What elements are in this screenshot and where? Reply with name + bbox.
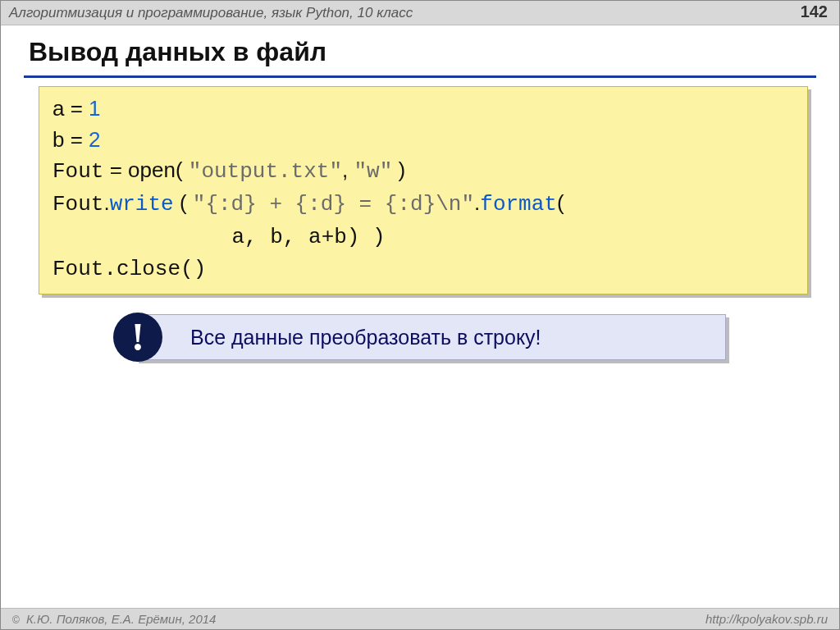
page-number: 142 (801, 2, 828, 21)
code-line-3: Fout = open( "output.txt", "w" ) (52, 155, 794, 188)
code-text: a, b, a+b) ) (231, 225, 385, 249)
code-text: .close() (103, 257, 206, 281)
code-line-5: a, b, a+b) ) (52, 221, 794, 253)
code-line-4: Fout.write ( "{:d} + {:d} = {:d}\n".form… (52, 188, 794, 221)
authors-text: К.Ю. Поляков, Е.А. Ерёмин, 2014 (23, 612, 217, 626)
code-indent (52, 225, 231, 249)
course-title: Алгоритмизация и программирование, язык … (9, 5, 413, 21)
exclamation-icon: ! (113, 313, 162, 362)
callout: ! Все данные преобразовать в строку! (139, 317, 729, 363)
code-ident: Fout (52, 159, 103, 184)
code-text: , (342, 158, 354, 182)
code-block-shadow: a = 1 b = 2 Fout = open( "output.txt", "… (42, 89, 811, 298)
code-text: ) (392, 158, 405, 182)
code-string: "w" (354, 159, 392, 184)
code-number: 2 (89, 127, 100, 152)
footer-bar: © К.Ю. Поляков, Е.А. Ерёмин, 2014 http:/… (1, 608, 839, 629)
code-text: ( (174, 190, 193, 215)
code-line-6: Fout.close() (52, 253, 794, 285)
code-number: 1 (89, 96, 100, 121)
code-ident: Fout (52, 257, 103, 281)
code-line-2: b = 2 (52, 125, 794, 156)
code-block: a = 1 b = 2 Fout = open( "output.txt", "… (39, 86, 808, 294)
code-string: "{:d} + {:d} = {:d}\n" (193, 192, 474, 217)
code-text: b = (52, 127, 89, 152)
code-method: write (110, 192, 174, 217)
slide-content: Вывод данных в файл a = 1 b = 2 Fout = o… (1, 25, 839, 363)
code-ident: Fout (52, 192, 103, 217)
code-method: format (480, 192, 557, 217)
code-text: = open( (103, 158, 188, 182)
footer-url: http://kpolyakov.spb.ru (705, 612, 828, 626)
header-bar: Алгоритмизация и программирование, язык … (1, 1, 839, 25)
callout-text: Все данные преобразовать в строку! (190, 326, 541, 349)
code-string: "output.txt" (189, 159, 342, 184)
code-text: a = (52, 96, 89, 121)
code-line-1: a = 1 (52, 94, 794, 125)
code-text: ( (557, 190, 564, 215)
slide-title: Вывод данных в файл (24, 32, 816, 78)
footer-authors: © К.Ю. Поляков, Е.А. Ерёмин, 2014 (12, 612, 216, 626)
copyright-icon: © (12, 614, 20, 626)
code-text: . (103, 190, 109, 215)
